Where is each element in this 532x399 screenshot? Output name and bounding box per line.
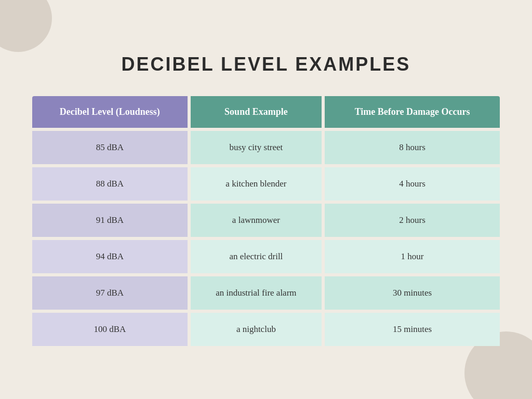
cell-decibel: 100 dBA [32, 310, 188, 346]
col-header-time: Time Before Damage Occurs [325, 96, 500, 128]
col-header-sound: Sound Example [188, 96, 325, 128]
table-header-row: Decibel Level (Loudness) Sound Example T… [32, 96, 500, 128]
content-wrapper: DECIBEL LEVEL EXAMPLES Decibel Level (Lo… [32, 54, 500, 346]
table-row: 85 dBAbusy city street8 hours [32, 128, 500, 164]
cell-sound: a lawnmower [188, 201, 325, 237]
cell-sound: an industrial fire alarm [188, 273, 325, 310]
table-row: 91 dBAa lawnmower2 hours [32, 201, 500, 237]
cell-time: 15 minutes [325, 310, 500, 346]
cell-decibel: 97 dBA [32, 273, 188, 310]
table-row: 100 dBAa nightclub15 minutes [32, 310, 500, 346]
cell-decibel: 94 dBA [32, 237, 188, 273]
cell-time: 2 hours [325, 201, 500, 237]
table-container: Decibel Level (Loudness) Sound Example T… [32, 96, 500, 346]
cell-decibel: 88 dBA [32, 164, 188, 201]
cell-time: 8 hours [325, 128, 500, 164]
cell-sound: busy city street [188, 128, 325, 164]
decorative-circle-topleft [0, 0, 52, 52]
cell-decibel: 91 dBA [32, 201, 188, 237]
cell-time: 4 hours [325, 164, 500, 201]
table-row: 94 dBAan electric drill1 hour [32, 237, 500, 273]
col-header-decibel: Decibel Level (Loudness) [32, 96, 188, 128]
decibel-table: Decibel Level (Loudness) Sound Example T… [32, 96, 500, 346]
cell-decibel: 85 dBA [32, 128, 188, 164]
page-title: DECIBEL LEVEL EXAMPLES [122, 54, 411, 75]
cell-sound: an electric drill [188, 237, 325, 273]
cell-time: 30 minutes [325, 273, 500, 310]
cell-sound: a kitchen blender [188, 164, 325, 201]
table-body: 85 dBAbusy city street8 hours88 dBAa kit… [32, 128, 500, 346]
cell-sound: a nightclub [188, 310, 325, 346]
table-row: 97 dBAan industrial fire alarm30 minutes [32, 273, 500, 310]
cell-time: 1 hour [325, 237, 500, 273]
table-row: 88 dBAa kitchen blender4 hours [32, 164, 500, 201]
